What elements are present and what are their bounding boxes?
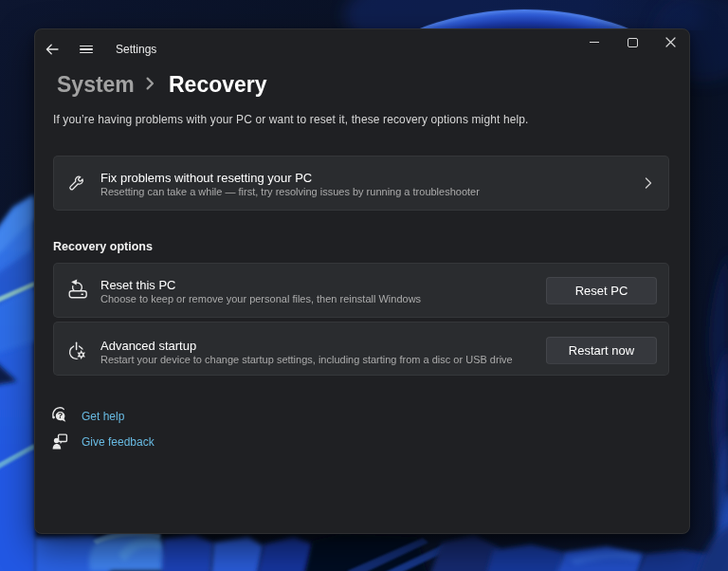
svg-text:?: ? [58, 411, 63, 420]
